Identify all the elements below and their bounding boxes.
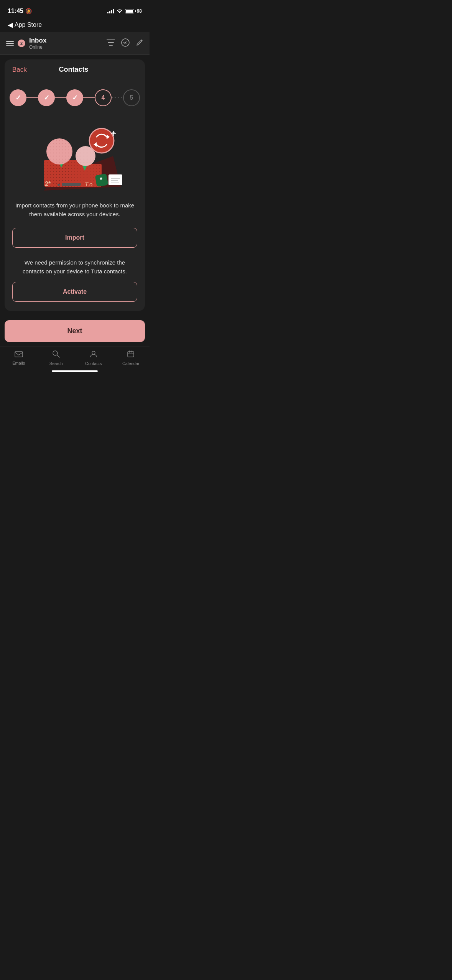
tab-calendar[interactable]: Calendar [119,350,142,366]
connector-3-4 [83,97,95,98]
tab-contacts[interactable]: Contacts [82,350,105,366]
tab-bar: Emails Search Contacts Cal [0,347,150,367]
inbox-info: Inbox Online [29,37,46,50]
contacts-modal: Back Contacts ✓ ✓ ✓ 4 5 [5,59,145,311]
home-bar [52,370,98,372]
search-tab-label: Search [49,361,63,366]
modal-title: Contacts [59,66,88,74]
permission-description: We need permission to synchronize the co… [5,252,145,279]
connector-1-2 [26,97,38,98]
status-bar: 11:45 🔕 98 [0,0,150,19]
contacts-tab-label: Contacts [85,361,102,366]
svg-rect-1 [108,42,114,43]
emails-icon [15,350,23,359]
wifi-icon [117,8,123,14]
step-3: ✓ [66,89,83,106]
back-chevron-icon: ◀ [8,21,13,29]
progress-steps: ✓ ✓ ✓ 4 5 [5,80,145,112]
svg-point-35 [53,351,58,355]
modal-header: Back Contacts [5,59,145,80]
svg-point-37 [92,351,95,354]
home-indicator [0,367,150,375]
svg-line-5 [141,40,142,41]
svg-line-36 [57,355,59,357]
svg-text:T.o: T.o [85,181,92,187]
bell-slash-icon: 🔕 [25,8,32,14]
battery-indicator: 98 [125,8,142,14]
tab-emails[interactable]: Emails [7,350,30,365]
app-store-bar: ◀ App Store [0,19,150,32]
svg-text:2*: 2* [45,181,51,187]
svg-rect-23 [108,174,122,185]
app-store-label: App Store [15,21,42,28]
compose-icon[interactable] [136,39,143,48]
svg-rect-29 [62,183,81,186]
hamburger-button[interactable] [6,41,14,46]
connector-4-5 [112,97,123,98]
status-time: 11:45 🔕 [8,8,32,15]
inbox-badge: 2 [18,39,25,47]
calendar-icon [127,350,135,360]
nav-header: 2 Inbox Online [0,32,150,55]
svg-point-28 [58,184,60,186]
step-2: ✓ [38,89,55,106]
check-icon-1: ✓ [15,94,21,102]
filter-icon[interactable] [107,39,115,48]
step-4-label: 4 [102,94,105,101]
next-button[interactable]: Next [5,320,145,342]
emails-tab-label: Emails [12,361,25,365]
checklist-icon[interactable] [121,38,130,49]
step-1: ✓ [10,89,26,106]
illustration-svg: * 2* T.o [21,118,128,194]
svg-rect-2 [109,45,113,46]
svg-rect-0 [107,39,115,40]
import-description: Import contacts from your phone book to … [5,197,145,223]
check-icon-2: ✓ [44,94,49,102]
calendar-tab-label: Calendar [122,361,140,366]
step-5-label: 5 [130,94,133,101]
svg-rect-34 [15,352,23,357]
inbox-title: Inbox [29,37,46,44]
inbox-status: Online [29,44,46,50]
tab-search[interactable]: Search [44,350,67,366]
step-4: 4 [95,89,112,106]
back-to-store-button[interactable]: ◀ App Store [8,21,42,29]
contacts-illustration: * 2* T.o [5,112,145,197]
svg-rect-38 [128,352,134,357]
time-display: 11:45 [8,8,23,15]
search-icon [52,350,60,360]
nav-right [107,38,143,49]
status-right: 98 [107,8,142,14]
svg-point-14 [46,138,72,164]
connector-2-3 [55,97,66,98]
nav-left: 2 Inbox Online [6,37,46,50]
svg-text:*: * [100,176,102,184]
signal-icon [107,9,114,13]
import-button[interactable]: Import [12,228,137,248]
contacts-icon [90,350,97,360]
back-button[interactable]: Back [12,66,27,74]
step-5: 5 [123,89,140,106]
activate-button[interactable]: Activate [12,282,137,302]
battery-level: 98 [137,8,142,14]
check-icon-3: ✓ [72,94,78,102]
